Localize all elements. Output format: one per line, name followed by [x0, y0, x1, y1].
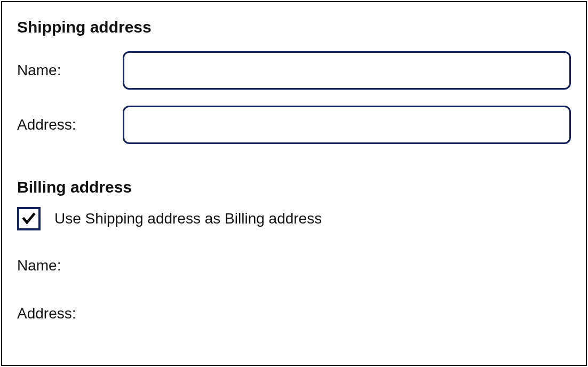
billing-address-label: Address: — [17, 305, 571, 322]
use-shipping-checkbox-row: Use Shipping address as Billing address — [17, 207, 571, 230]
billing-section-title: Billing address — [17, 178, 571, 196]
shipping-address-row: Address: — [17, 106, 571, 144]
shipping-address-label: Address: — [17, 116, 123, 133]
billing-name-label: Name: — [17, 257, 571, 274]
address-form-panel: Shipping address Name: Address: Billing … — [1, 1, 587, 366]
use-shipping-checkbox[interactable] — [17, 207, 41, 230]
billing-address-row: Address: — [17, 305, 571, 322]
shipping-address-input[interactable] — [123, 106, 571, 144]
use-shipping-checkbox-label: Use Shipping address as Billing address — [54, 210, 322, 227]
shipping-name-row: Name: — [17, 51, 571, 90]
billing-name-row: Name: — [17, 257, 571, 274]
shipping-name-input[interactable] — [123, 51, 571, 90]
shipping-name-label: Name: — [17, 62, 123, 79]
shipping-section-title: Shipping address — [17, 18, 571, 36]
check-icon — [21, 211, 36, 226]
